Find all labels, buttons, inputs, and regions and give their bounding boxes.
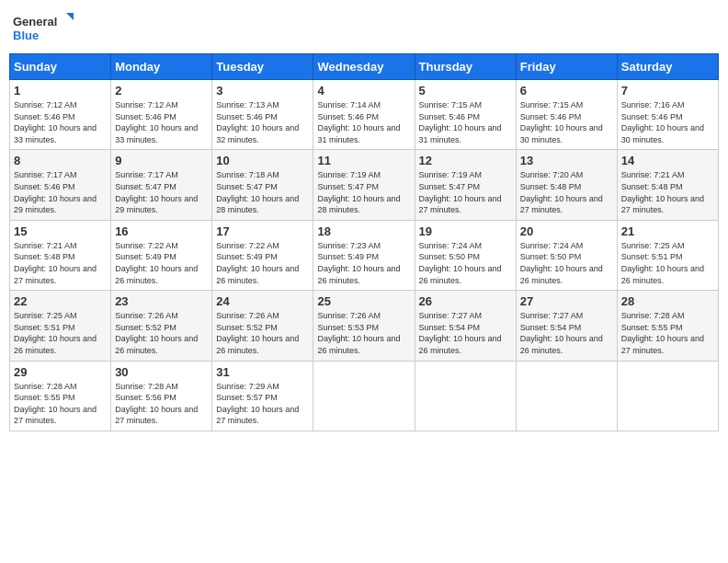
calendar-day-cell: 30 Sunrise: 7:28 AM Sunset: 5:56 PM Dayl…: [111, 361, 212, 431]
day-number: 22: [14, 294, 107, 308]
calendar-day-cell: 26 Sunrise: 7:27 AM Sunset: 5:54 PM Dayl…: [415, 291, 516, 361]
day-number: 26: [419, 294, 512, 308]
day-number: 13: [520, 154, 613, 167]
day-detail: Sunrise: 7:15 AM Sunset: 5:46 PM Dayligh…: [520, 99, 613, 145]
weekday-header: Tuesday: [212, 54, 313, 80]
day-detail: Sunrise: 7:16 AM Sunset: 5:46 PM Dayligh…: [621, 99, 714, 145]
calendar-day-cell: [617, 361, 718, 431]
calendar-day-cell: 23 Sunrise: 7:26 AM Sunset: 5:52 PM Dayl…: [111, 291, 212, 361]
day-number: 10: [216, 154, 309, 167]
calendar-day-cell: 31 Sunrise: 7:29 AM Sunset: 5:57 PM Dayl…: [212, 361, 313, 431]
calendar-day-cell: 18 Sunrise: 7:23 AM Sunset: 5:49 PM Dayl…: [313, 220, 415, 290]
day-number: 27: [520, 294, 613, 308]
calendar-day-cell: 27 Sunrise: 7:27 AM Sunset: 5:54 PM Dayl…: [516, 291, 617, 361]
calendar-day-cell: 12 Sunrise: 7:19 AM Sunset: 5:47 PM Dayl…: [415, 150, 516, 220]
calendar-day-cell: 7 Sunrise: 7:16 AM Sunset: 5:46 PM Dayli…: [617, 80, 718, 150]
day-number: 24: [216, 294, 309, 308]
day-number: 14: [621, 154, 714, 167]
day-number: 28: [621, 294, 714, 308]
day-detail: Sunrise: 7:21 AM Sunset: 5:48 PM Dayligh…: [621, 169, 714, 215]
calendar-day-cell: 16 Sunrise: 7:22 AM Sunset: 5:49 PM Dayl…: [111, 220, 212, 290]
calendar-week-row: 1 Sunrise: 7:12 AM Sunset: 5:46 PM Dayli…: [10, 80, 719, 150]
calendar-day-cell: 3 Sunrise: 7:13 AM Sunset: 5:46 PM Dayli…: [212, 80, 313, 150]
day-detail: Sunrise: 7:28 AM Sunset: 5:55 PM Dayligh…: [621, 310, 714, 356]
calendar-day-cell: 22 Sunrise: 7:25 AM Sunset: 5:51 PM Dayl…: [10, 291, 111, 361]
weekday-header: Saturday: [617, 54, 718, 80]
calendar-table: SundayMondayTuesdayWednesdayThursdayFrid…: [9, 53, 719, 431]
calendar-week-row: 15 Sunrise: 7:21 AM Sunset: 5:48 PM Dayl…: [10, 220, 719, 290]
weekday-header: Sunday: [10, 54, 111, 80]
day-number: 8: [14, 154, 107, 167]
weekday-header: Thursday: [415, 54, 516, 80]
logo-svg: General Blue: [13, 9, 77, 46]
day-number: 20: [520, 224, 613, 238]
day-detail: Sunrise: 7:29 AM Sunset: 5:57 PM Dayligh…: [216, 381, 309, 427]
day-number: 30: [115, 365, 208, 379]
day-number: 16: [115, 224, 208, 238]
calendar-day-cell: 9 Sunrise: 7:17 AM Sunset: 5:47 PM Dayli…: [111, 150, 212, 220]
svg-text:General: General: [13, 15, 57, 29]
day-number: 7: [621, 84, 714, 98]
day-number: 31: [216, 365, 309, 379]
day-number: 4: [317, 84, 410, 98]
calendar-day-cell: 14 Sunrise: 7:21 AM Sunset: 5:48 PM Dayl…: [617, 150, 718, 220]
calendar-day-cell: 11 Sunrise: 7:19 AM Sunset: 5:47 PM Dayl…: [313, 150, 415, 220]
day-detail: Sunrise: 7:28 AM Sunset: 5:56 PM Dayligh…: [115, 381, 208, 427]
day-detail: Sunrise: 7:20 AM Sunset: 5:48 PM Dayligh…: [520, 169, 613, 215]
calendar-day-cell: 13 Sunrise: 7:20 AM Sunset: 5:48 PM Dayl…: [516, 150, 617, 220]
day-number: 15: [14, 224, 107, 238]
calendar-day-cell: 28 Sunrise: 7:28 AM Sunset: 5:55 PM Dayl…: [617, 291, 718, 361]
calendar-day-cell: 4 Sunrise: 7:14 AM Sunset: 5:46 PM Dayli…: [313, 80, 415, 150]
day-number: 3: [216, 84, 309, 98]
day-number: 17: [216, 224, 309, 238]
weekday-header: Friday: [516, 54, 617, 80]
day-detail: Sunrise: 7:12 AM Sunset: 5:46 PM Dayligh…: [115, 99, 208, 145]
day-detail: Sunrise: 7:26 AM Sunset: 5:52 PM Dayligh…: [216, 310, 309, 356]
day-number: 11: [317, 154, 410, 167]
day-number: 6: [520, 84, 613, 98]
calendar-day-cell: 5 Sunrise: 7:15 AM Sunset: 5:46 PM Dayli…: [415, 80, 516, 150]
day-number: 12: [419, 154, 512, 167]
weekday-header: Monday: [111, 54, 212, 80]
calendar-day-cell: 25 Sunrise: 7:26 AM Sunset: 5:53 PM Dayl…: [313, 291, 415, 361]
weekday-header-row: SundayMondayTuesdayWednesdayThursdayFrid…: [10, 54, 719, 80]
day-number: 2: [115, 84, 208, 98]
svg-text:Blue: Blue: [13, 29, 39, 42]
calendar-day-cell: 20 Sunrise: 7:24 AM Sunset: 5:50 PM Dayl…: [516, 220, 617, 290]
day-number: 29: [14, 365, 107, 379]
svg-marker-1: [66, 13, 74, 20]
calendar-day-cell: 17 Sunrise: 7:22 AM Sunset: 5:49 PM Dayl…: [212, 220, 313, 290]
day-detail: Sunrise: 7:14 AM Sunset: 5:46 PM Dayligh…: [317, 99, 410, 145]
day-detail: Sunrise: 7:17 AM Sunset: 5:46 PM Dayligh…: [14, 169, 107, 215]
day-number: 19: [419, 224, 512, 238]
calendar-day-cell: 24 Sunrise: 7:26 AM Sunset: 5:52 PM Dayl…: [212, 291, 313, 361]
day-detail: Sunrise: 7:12 AM Sunset: 5:46 PM Dayligh…: [14, 99, 107, 145]
day-detail: Sunrise: 7:13 AM Sunset: 5:46 PM Dayligh…: [216, 99, 309, 145]
day-detail: Sunrise: 7:22 AM Sunset: 5:49 PM Dayligh…: [216, 240, 309, 286]
calendar-day-cell: [415, 361, 516, 431]
calendar-day-cell: 29 Sunrise: 7:28 AM Sunset: 5:55 PM Dayl…: [10, 361, 111, 431]
day-detail: Sunrise: 7:21 AM Sunset: 5:48 PM Dayligh…: [14, 240, 107, 286]
day-detail: Sunrise: 7:22 AM Sunset: 5:49 PM Dayligh…: [115, 240, 208, 286]
day-detail: Sunrise: 7:27 AM Sunset: 5:54 PM Dayligh…: [419, 310, 512, 356]
calendar-week-row: 29 Sunrise: 7:28 AM Sunset: 5:55 PM Dayl…: [10, 361, 719, 431]
calendar-day-cell: 6 Sunrise: 7:15 AM Sunset: 5:46 PM Dayli…: [516, 80, 617, 150]
calendar-week-row: 8 Sunrise: 7:17 AM Sunset: 5:46 PM Dayli…: [10, 150, 719, 220]
day-number: 23: [115, 294, 208, 308]
day-number: 9: [115, 154, 208, 167]
calendar-day-cell: 15 Sunrise: 7:21 AM Sunset: 5:48 PM Dayl…: [10, 220, 111, 290]
day-detail: Sunrise: 7:15 AM Sunset: 5:46 PM Dayligh…: [419, 99, 512, 145]
day-detail: Sunrise: 7:25 AM Sunset: 5:51 PM Dayligh…: [14, 310, 107, 356]
day-detail: Sunrise: 7:24 AM Sunset: 5:50 PM Dayligh…: [520, 240, 613, 286]
day-detail: Sunrise: 7:26 AM Sunset: 5:52 PM Dayligh…: [115, 310, 208, 356]
day-number: 25: [317, 294, 410, 308]
day-number: 5: [419, 84, 512, 98]
logo: General Blue: [13, 9, 77, 46]
day-number: 18: [317, 224, 410, 238]
day-detail: Sunrise: 7:24 AM Sunset: 5:50 PM Dayligh…: [419, 240, 512, 286]
day-detail: Sunrise: 7:17 AM Sunset: 5:47 PM Dayligh…: [115, 169, 208, 215]
calendar-day-cell: 1 Sunrise: 7:12 AM Sunset: 5:46 PM Dayli…: [10, 80, 111, 150]
weekday-header: Wednesday: [313, 54, 415, 80]
page-header: General Blue: [9, 9, 719, 46]
day-number: 21: [621, 224, 714, 238]
